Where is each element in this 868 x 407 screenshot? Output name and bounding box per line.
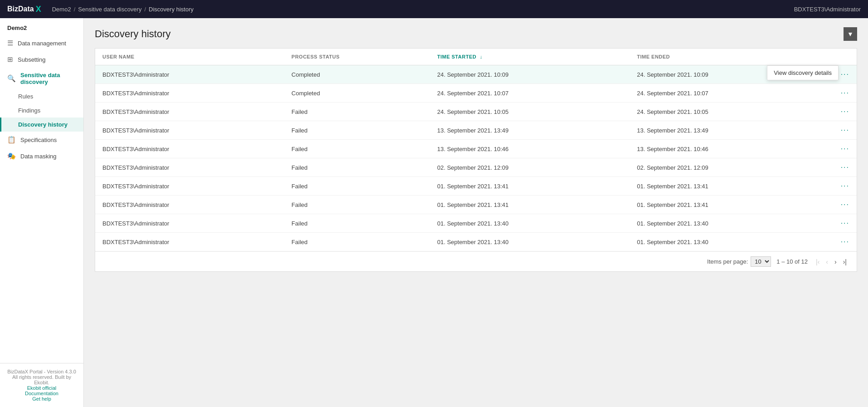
sidebar-sub-item-findings[interactable]: Findings (0, 103, 83, 118)
main-content: Discovery history ▼ USER NAME PROCESS ST… (84, 18, 868, 407)
page-first-button[interactable]: |‹ (813, 257, 822, 266)
items-per-page: Items per page: 10 25 50 (707, 256, 771, 267)
page-next-button[interactable]: › (832, 257, 839, 266)
discovery-table: USER NAME PROCESS STATUS TIME STARTED ↓ … (95, 49, 857, 251)
subsetting-icon: ⊞ (7, 55, 13, 64)
cell-actions: View discovery details··· (829, 65, 857, 84)
items-per-page-label: Items per page: (707, 258, 748, 265)
cell-time-started: 13. September 2021. 10:46 (430, 140, 630, 158)
sidebar-footer-ekobit-link[interactable]: Ekobit official (7, 385, 76, 391)
table-row: BDXTEST3\AdministratorFailed13. Septembe… (95, 121, 857, 140)
cell-time-ended: 01. September 2021. 13:40 (630, 233, 829, 251)
cell-status: Failed (284, 103, 430, 121)
data-masking-icon: 🎭 (7, 152, 16, 160)
cell-actions: ··· (829, 177, 857, 196)
cell-status: Failed (284, 196, 430, 214)
page-prev-button[interactable]: ‹ (823, 257, 831, 266)
breadcrumb-item-demo2[interactable]: Demo2 (52, 6, 71, 13)
cell-status: Failed (284, 158, 430, 177)
breadcrumb-sep-2: / (144, 6, 146, 13)
cell-time-ended: 01. September 2021. 13:40 (630, 214, 829, 233)
sidebar-footer-help-link[interactable]: Get help (7, 396, 76, 402)
cell-time-started: 24. September 2021. 10:07 (430, 84, 630, 103)
row-actions-button[interactable]: ··· (841, 201, 849, 209)
table-row: BDXTEST3\AdministratorFailed01. Septembe… (95, 233, 857, 251)
row-actions-button[interactable]: ··· (841, 145, 849, 153)
table-card: USER NAME PROCESS STATUS TIME STARTED ↓ … (95, 48, 857, 272)
sidebar-sub-item-rules[interactable]: Rules (0, 89, 83, 103)
col-time-started[interactable]: TIME STARTED ↓ (430, 49, 630, 65)
table-row: BDXTEST3\AdministratorFailed13. Septembe… (95, 140, 857, 158)
cell-time-ended: 24. September 2021. 10:05 (630, 103, 829, 121)
breadcrumb: Demo2 / Sensitive data discovery / Disco… (52, 6, 194, 13)
sidebar-footer-rights: All rights reserved. Built by Ekobit. (7, 374, 76, 385)
table-body: BDXTEST3\AdministratorCompleted24. Septe… (95, 65, 857, 251)
col-status: PROCESS STATUS (284, 49, 430, 65)
col-time-ended: TIME ENDED (630, 49, 829, 65)
page-range: 1 – 10 of 12 (776, 258, 808, 265)
sidebar-item-label-data-masking: Data masking (20, 153, 56, 160)
cell-username: BDXTEST3\Administrator (95, 65, 284, 84)
sidebar-footer-docs-link[interactable]: Documentation (7, 391, 76, 396)
cell-time-started: 01. September 2021. 13:41 (430, 177, 630, 196)
cell-actions: ··· (829, 84, 857, 103)
cell-status: Failed (284, 177, 430, 196)
row-actions-button[interactable]: ··· (841, 163, 849, 172)
sort-arrow-icon: ↓ (480, 54, 482, 59)
cell-actions: ··· (829, 214, 857, 233)
cell-username: BDXTEST3\Administrator (95, 140, 284, 158)
actions-popup[interactable]: View discovery details (767, 65, 839, 80)
row-actions-button[interactable]: ··· (841, 89, 849, 97)
cell-status: Failed (284, 140, 430, 158)
cell-username: BDXTEST3\Administrator (95, 233, 284, 251)
page-header: Discovery history ▼ (95, 27, 857, 41)
cell-time-ended: 01. September 2021. 13:41 (630, 196, 829, 214)
sidebar-item-label-data-management: Data management (18, 40, 66, 47)
pagination-bar: Items per page: 10 25 50 1 – 10 of 12 |‹… (95, 251, 857, 271)
cell-username: BDXTEST3\Administrator (95, 177, 284, 196)
sidebar-sub-item-discovery-history[interactable]: Discovery history (0, 118, 83, 132)
sidebar: Demo2 ☰ Data management ⊞ Subsetting 🔍 S… (0, 18, 84, 407)
col-username: USER NAME (95, 49, 284, 65)
logo-x: X (36, 5, 41, 14)
cell-time-started: 13. September 2021. 13:49 (430, 121, 630, 140)
table-row: BDXTEST3\AdministratorCompleted24. Septe… (95, 84, 857, 103)
layout: Demo2 ☰ Data management ⊞ Subsetting 🔍 S… (0, 18, 868, 407)
cell-time-ended: 24. September 2021. 10:07 (630, 84, 829, 103)
cell-time-ended: 01. September 2021. 13:41 (630, 177, 829, 196)
cell-username: BDXTEST3\Administrator (95, 196, 284, 214)
page-title: Discovery history (95, 28, 170, 40)
sidebar-item-sensitive-discovery[interactable]: 🔍 Sensitive data discovery (0, 68, 83, 89)
sidebar-workspace-title: Demo2 (0, 18, 83, 35)
sidebar-item-specifications[interactable]: 📋 Specifications (0, 132, 83, 148)
page-last-button[interactable]: ›| (840, 257, 849, 266)
cell-actions: ··· (829, 233, 857, 251)
table-row: BDXTEST3\AdministratorFailed02. Septembe… (95, 158, 857, 177)
items-per-page-select[interactable]: 10 25 50 (751, 256, 771, 267)
sidebar-footer-version: BizDataX Portal - Version 4.3.0 (7, 369, 76, 374)
breadcrumb-item-sensitive[interactable]: Sensitive data discovery (78, 6, 141, 13)
table-row: BDXTEST3\AdministratorFailed24. Septembe… (95, 103, 857, 121)
cell-status: Completed (284, 84, 430, 103)
row-actions-button[interactable]: ··· (841, 108, 849, 116)
cell-actions: ··· (829, 140, 857, 158)
cell-username: BDXTEST3\Administrator (95, 158, 284, 177)
cell-time-ended: 02. September 2021. 12:09 (630, 158, 829, 177)
sidebar-item-data-masking[interactable]: 🎭 Data masking (0, 148, 83, 164)
cell-username: BDXTEST3\Administrator (95, 103, 284, 121)
row-actions-button[interactable]: ··· (841, 70, 849, 78)
row-actions-button[interactable]: ··· (841, 126, 849, 134)
table-row: BDXTEST3\AdministratorCompleted24. Septe… (95, 65, 857, 84)
row-actions-button[interactable]: ··· (841, 238, 849, 246)
cell-time-started: 24. September 2021. 10:09 (430, 65, 630, 84)
breadcrumb-sep-1: / (74, 6, 76, 13)
cell-status: Completed (284, 65, 430, 84)
col-actions-header (829, 49, 857, 65)
row-actions-button[interactable]: ··· (841, 182, 849, 190)
sidebar-item-data-management[interactable]: ☰ Data management (0, 35, 83, 51)
cell-time-started: 01. September 2021. 13:40 (430, 233, 630, 251)
row-actions-button[interactable]: ··· (841, 219, 849, 227)
sidebar-item-subsetting[interactable]: ⊞ Subsetting (0, 51, 83, 68)
table-row: BDXTEST3\AdministratorFailed01. Septembe… (95, 177, 857, 196)
filter-button[interactable]: ▼ (844, 27, 857, 41)
